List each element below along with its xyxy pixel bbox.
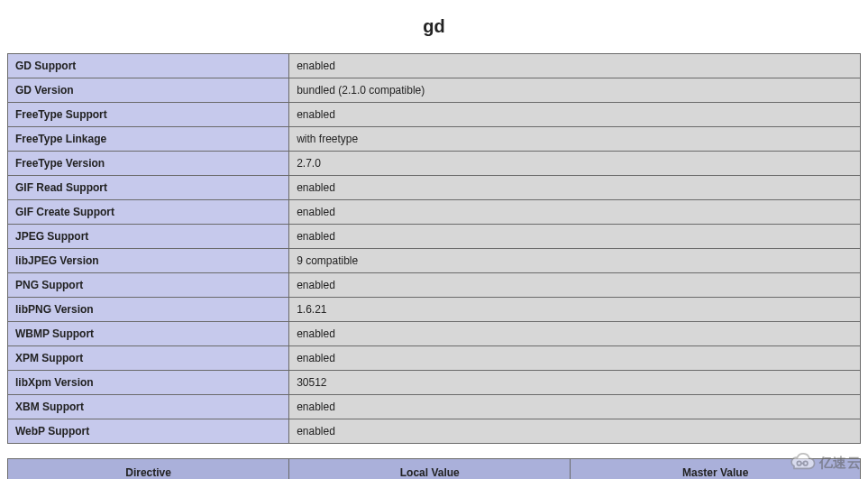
- info-value: 9 compatible: [289, 249, 861, 273]
- gd-info-table: GD SupportenabledGD Versionbundled (2.1.…: [7, 53, 861, 444]
- info-value: enabled: [289, 346, 861, 371]
- col-local-value: Local Value: [289, 459, 571, 480]
- info-value: enabled: [289, 395, 861, 419]
- info-value: enabled: [289, 176, 861, 200]
- table-row: XPM Supportenabled: [8, 346, 861, 371]
- info-value: enabled: [289, 225, 861, 249]
- table-row: FreeType Version2.7.0: [8, 152, 861, 176]
- table-row: JPEG Supportenabled: [8, 225, 861, 249]
- info-value: 2.7.0: [289, 152, 861, 176]
- info-label: GD Version: [8, 78, 289, 103]
- info-label: FreeType Version: [8, 152, 289, 176]
- table-row: PNG Supportenabled: [8, 273, 861, 298]
- info-value: bundled (2.1.0 compatible): [289, 78, 861, 103]
- directive-header-row: Directive Local Value Master Value: [8, 459, 861, 480]
- info-label: libXpm Version: [8, 371, 289, 395]
- info-value: enabled: [289, 54, 861, 78]
- table-row: GD Versionbundled (2.1.0 compatible): [8, 78, 861, 103]
- info-value: enabled: [289, 273, 861, 298]
- info-label: FreeType Linkage: [8, 127, 289, 152]
- table-row: XBM Supportenabled: [8, 395, 861, 419]
- table-row: GIF Create Supportenabled: [8, 200, 861, 225]
- col-master-value: Master Value: [571, 459, 861, 480]
- table-row: libJPEG Version9 compatible: [8, 249, 861, 273]
- table-row: FreeType Supportenabled: [8, 103, 861, 127]
- col-directive: Directive: [8, 459, 289, 480]
- info-label: XBM Support: [8, 395, 289, 419]
- info-label: PNG Support: [8, 273, 289, 298]
- info-label: WebP Support: [8, 419, 289, 444]
- info-value: enabled: [289, 322, 861, 346]
- info-label: GIF Create Support: [8, 200, 289, 225]
- info-label: GD Support: [8, 54, 289, 78]
- info-value: with freetype: [289, 127, 861, 152]
- info-value: enabled: [289, 200, 861, 225]
- info-value: 30512: [289, 371, 861, 395]
- table-row: libXpm Version30512: [8, 371, 861, 395]
- table-row: WBMP Supportenabled: [8, 322, 861, 346]
- info-value: 1.6.21: [289, 298, 861, 322]
- table-row: GIF Read Supportenabled: [8, 176, 861, 200]
- table-row: FreeType Linkagewith freetype: [8, 127, 861, 152]
- section-title: gd: [7, 16, 861, 37]
- table-row: libPNG Version1.6.21: [8, 298, 861, 322]
- gd-directive-table: Directive Local Value Master Value gd.jp…: [7, 458, 861, 479]
- info-label: libJPEG Version: [8, 249, 289, 273]
- table-row: GD Supportenabled: [8, 54, 861, 78]
- info-value: enabled: [289, 103, 861, 127]
- info-label: GIF Read Support: [8, 176, 289, 200]
- info-label: XPM Support: [8, 346, 289, 371]
- info-label: FreeType Support: [8, 103, 289, 127]
- info-label: libPNG Version: [8, 298, 289, 322]
- table-row: WebP Supportenabled: [8, 419, 861, 444]
- info-label: JPEG Support: [8, 225, 289, 249]
- info-value: enabled: [289, 419, 861, 444]
- info-label: WBMP Support: [8, 322, 289, 346]
